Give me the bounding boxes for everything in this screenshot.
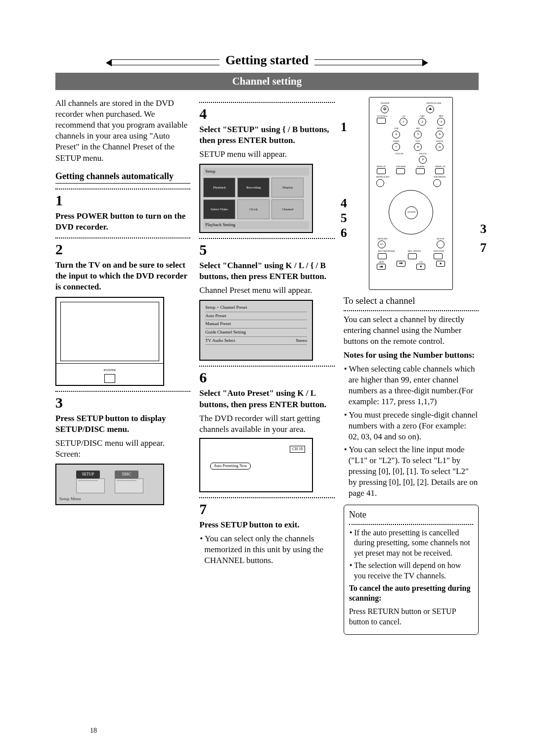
dotline: [199, 366, 334, 367]
num-4: 4: [392, 131, 400, 139]
select-channel-para: You can select a channel by directly ent…: [344, 314, 479, 347]
nav-wheel-icon: ENTER: [389, 190, 433, 235]
auto-ch: CH 18: [290, 446, 305, 453]
cancel-heading: To cancel the auto presetting during sca…: [349, 583, 473, 604]
step-7-bold: Press SETUP button to exit.: [199, 520, 334, 530]
note-title: Note: [349, 509, 473, 520]
num-0: 0: [419, 156, 427, 164]
callout-6: 6: [341, 225, 347, 241]
tv-power-icon: [104, 374, 115, 383]
notes-heading: Notes for using the Number buttons:: [344, 350, 479, 361]
notes-bullets: When selecting cable channels which are …: [344, 364, 479, 499]
num-2: 2: [418, 118, 426, 126]
menu-clock: Clock: [237, 199, 269, 219]
title-left-arrow: [111, 59, 220, 65]
section-bar: Channel setting: [55, 73, 479, 90]
num-8: 8: [414, 143, 422, 151]
step-1-num: 1: [55, 190, 190, 210]
preset-row: TV Audio SelectStereo: [205, 337, 307, 345]
dotline: [55, 189, 190, 189]
step-5-bold: Select "Channel" using K / L / { / B but…: [199, 260, 334, 282]
menu-footer: Playback Setting: [203, 221, 309, 229]
num-9: 9: [436, 143, 444, 151]
list-item: You must precede single-digit channel nu…: [349, 410, 479, 442]
channel-preset-screen: Setup > Channel Preset Auto Preset Manua…: [199, 300, 313, 361]
preset-row: Auto Preset: [205, 312, 307, 321]
step-3-plain: SETUP/DISC menu will appear. Screen:: [55, 438, 190, 460]
dotline: [199, 238, 334, 239]
page-number: 18: [90, 726, 97, 735]
preset-row: Manual Preset: [205, 320, 307, 329]
step-7-num: 7: [199, 499, 334, 519]
title-right-arrow: [314, 59, 423, 65]
num-7: 7: [392, 143, 400, 151]
callout-4: 4: [341, 195, 347, 212]
callout-5: 5: [341, 210, 347, 227]
auto-now: Auto Presetting Now: [210, 463, 251, 470]
step-4-num: 4: [199, 104, 334, 123]
cancel-para: Press RETURN button or SETUP button to c…: [349, 607, 473, 627]
select-channel-heading: To select a channel: [344, 295, 479, 307]
menu-playback: Playback: [203, 178, 235, 197]
power-icon: ⏻: [381, 105, 389, 113]
eject-icon: ⏏: [426, 105, 434, 113]
num-1: 1: [400, 118, 407, 126]
title-row: Getting started: [55, 52, 479, 73]
step-2-bold: Turn the TV on and be sure to select the…: [55, 260, 190, 292]
intro-paragraph: All channels are stored in the DVD recor…: [55, 98, 190, 164]
setup-btn: [437, 240, 445, 248]
columns: All channels are stored in the DVD recor…: [55, 97, 479, 635]
preset-row: Guide Channel Setting: [205, 329, 307, 337]
dotline: [199, 102, 334, 103]
dotline: [55, 391, 190, 392]
step-7-bullet: You can select only the channels memoriz…: [204, 533, 334, 566]
callout-1: 1: [341, 119, 347, 136]
col-3: 1 4 5 6 3 7 POWER⏻ OPEN/CLOSE⏏ VCR Plus+…: [344, 97, 479, 635]
num-5: 5: [414, 131, 422, 139]
auto-preset-screen: CH 18 Auto Presetting Now: [199, 438, 313, 492]
list-item: When selecting cable channels which are …: [349, 364, 479, 407]
preset-header: Setup > Channel Preset: [205, 304, 307, 312]
callout-7: 7: [480, 239, 487, 256]
note-box: Note If the auto presetting is cancelled…: [344, 505, 479, 635]
setup-menu-screen: Setup Playback Recording Display Select …: [199, 164, 313, 233]
dotline: [55, 237, 190, 238]
list-item: If the auto presetting is cancelled duri…: [354, 528, 473, 559]
callout-3: 3: [480, 221, 487, 237]
menu-channel: Channel: [271, 199, 304, 219]
list-item: The selection will depend on how you rec…: [354, 561, 473, 581]
disc-panel-icon: [115, 478, 143, 493]
dotline: [199, 497, 334, 498]
setup-btn: SETUP: [76, 471, 100, 478]
tv-power-label: POWER: [104, 368, 116, 373]
list-item: You can select the line input mode ("L1"…: [349, 444, 479, 499]
menu-selectvideo: Select Video: [203, 199, 235, 219]
tv-base: POWER: [56, 363, 163, 385]
step-6-bold: Select "Auto Preset" using K / L buttons…: [199, 388, 334, 410]
tv-screen: [60, 302, 159, 361]
page-title: Getting started: [225, 52, 309, 69]
enter-btn: ENTER: [405, 206, 418, 219]
setup-disc-screen: SETUP DISC Setup Menu: [55, 464, 164, 505]
vcrplus-btn: [377, 118, 386, 124]
col-2: 4 Select "SETUP" using { / B buttons, th…: [199, 97, 334, 635]
menu-header: Setup: [203, 168, 309, 176]
setup-panel-icon: [76, 478, 105, 493]
sub-heading: Getting channels automatically: [55, 171, 190, 184]
col-1: All channels are stored in the DVD recor…: [55, 97, 190, 635]
step-4-bold: Select "SETUP" using { / B buttons, then…: [199, 124, 334, 146]
num-6: 6: [436, 131, 444, 139]
num-3: 3: [437, 118, 445, 126]
step-2-num: 2: [55, 239, 190, 259]
setup-screen-caption: Setup Menu: [59, 496, 160, 502]
step-6-num: 6: [199, 368, 334, 387]
tv-graphic: POWER: [55, 297, 164, 386]
step-7-bullets: You can select only the channels memoriz…: [199, 533, 334, 566]
step-6-plain: The DVD recorder will start getting chan…: [199, 413, 334, 435]
dotline: [349, 524, 473, 525]
menu-recording: Recording: [237, 178, 269, 197]
step-3-num: 3: [55, 393, 190, 412]
step-1-bold: Press POWER button to turn on the DVD re…: [55, 211, 190, 233]
step-5-num: 5: [199, 240, 334, 259]
disc-btn: DISC: [115, 471, 138, 478]
